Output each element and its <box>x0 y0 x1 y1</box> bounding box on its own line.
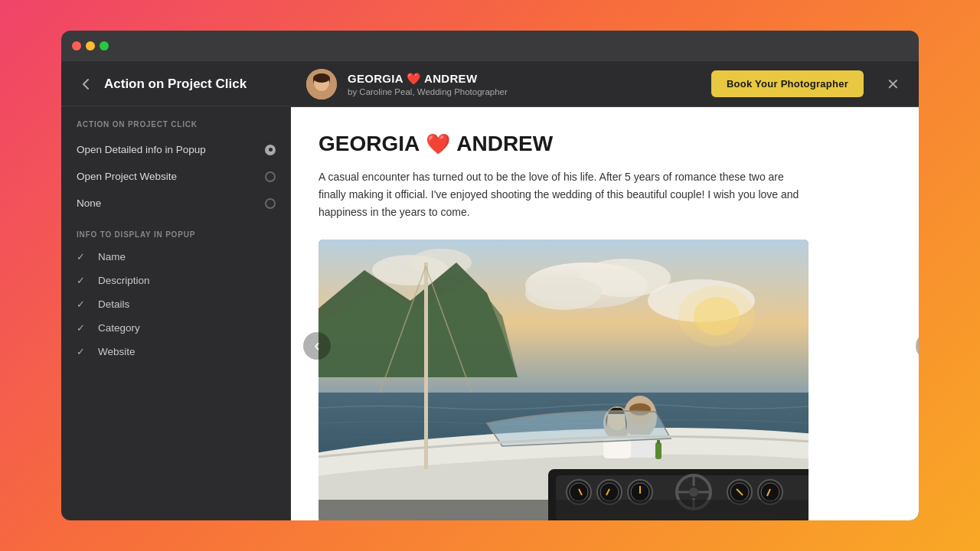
photographer-info: GEORGIA ❤️ ANDREW by Caroline Peal, Wedd… <box>306 69 508 99</box>
main-area: GEORGIA ❤️ ANDREW by Caroline Peal, Wedd… <box>291 61 919 520</box>
content-inner: GEORGIA ❤️ ANDREW A casual encounter has… <box>318 132 891 520</box>
photographer-sub: by Caroline Peal, Wedding Photographer <box>348 87 508 96</box>
option-popup[interactable]: Open Detailed info in Popup <box>61 136 291 163</box>
svg-point-28 <box>600 483 619 501</box>
option-none[interactable]: None <box>61 190 291 217</box>
photographer-avatar <box>306 69 337 99</box>
maximize-traffic-light[interactable] <box>100 41 109 51</box>
option-website[interactable]: Open Project Website <box>61 163 291 190</box>
photographer-name: GEORGIA ❤️ ANDREW <box>348 72 508 86</box>
checkbox-name-label: Name <box>98 251 126 262</box>
popup-image <box>318 240 808 520</box>
sidebar-title: Action on Project Click <box>104 77 247 92</box>
photographer-text: GEORGIA ❤️ ANDREW by Caroline Peal, Wedd… <box>348 72 508 96</box>
close-traffic-light[interactable] <box>72 41 81 51</box>
option-website-label: Open Project Website <box>77 171 177 182</box>
section2-label: INFO TO DISPLAY IN POPUP <box>61 217 291 245</box>
check-description-icon: ✓ <box>77 275 89 286</box>
popup-title: GEORGIA ❤️ ANDREW <box>318 132 891 156</box>
check-category-icon: ✓ <box>77 322 89 334</box>
titlebar <box>61 31 919 61</box>
radio-website[interactable] <box>265 171 276 182</box>
sidebar: Action on Project Click ACTION ON PROJEC… <box>61 61 291 520</box>
traffic-lights <box>72 41 109 51</box>
check-name-icon: ✓ <box>77 251 89 262</box>
book-photographer-button[interactable]: Book Your Photographer <box>711 70 864 97</box>
popup-title-heart: ❤️ <box>426 132 450 156</box>
popup-content: GEORGIA ❤️ ANDREW A casual encounter has… <box>291 107 919 520</box>
option-popup-label: Open Detailed info in Popup <box>77 144 206 155</box>
header-right: Book Your Photographer ✕ <box>711 70 903 97</box>
back-button[interactable] <box>77 75 95 93</box>
svg-rect-49 <box>655 442 662 459</box>
option-none-label: None <box>77 197 101 209</box>
svg-rect-50 <box>657 440 660 444</box>
check-details-icon: ✓ <box>77 298 89 310</box>
sidebar-header: Action on Project Click <box>61 61 291 106</box>
svg-point-19 <box>689 487 698 497</box>
checkbox-name[interactable]: ✓ Name <box>61 245 291 269</box>
popup-description: A casual encounter has turned out to be … <box>318 168 808 221</box>
nav-right-button[interactable]: › <box>916 332 919 360</box>
svg-point-5 <box>313 73 330 83</box>
checkbox-details[interactable]: ✓ Details <box>61 292 291 316</box>
app-window: Action on Project Click ACTION ON PROJEC… <box>61 31 919 520</box>
checkbox-description[interactable]: ✓ Description <box>61 269 291 292</box>
popup-title-part2: ANDREW <box>456 132 553 156</box>
check-website-icon: ✓ <box>77 346 89 357</box>
radio-none[interactable] <box>265 198 276 209</box>
popup-title-part1: GEORGIA <box>318 132 420 156</box>
checkbox-website-label: Website <box>98 346 136 357</box>
section1-label: ACTION ON PROJECT CLICK <box>61 106 291 136</box>
checkbox-description-label: Description <box>98 275 150 286</box>
radio-popup[interactable] <box>265 145 276 155</box>
svg-point-25 <box>570 483 588 501</box>
svg-rect-39 <box>424 262 428 469</box>
close-popup-button[interactable]: ✕ <box>882 73 903 95</box>
nav-left-icon: ‹ <box>314 336 319 356</box>
svg-point-9 <box>525 276 602 310</box>
checkbox-category-label: Category <box>98 322 140 334</box>
svg-point-14 <box>678 285 755 347</box>
checkbox-website[interactable]: ✓ Website <box>61 340 291 364</box>
checkbox-details-label: Details <box>98 298 129 310</box>
checkbox-category[interactable]: ✓ Category <box>61 316 291 340</box>
minimize-traffic-light[interactable] <box>86 41 95 51</box>
svg-point-37 <box>761 483 779 501</box>
popup-header: GEORGIA ❤️ ANDREW by Caroline Peal, Wedd… <box>291 61 919 107</box>
nav-left-button[interactable]: ‹ <box>303 332 331 360</box>
svg-rect-51 <box>318 500 808 520</box>
